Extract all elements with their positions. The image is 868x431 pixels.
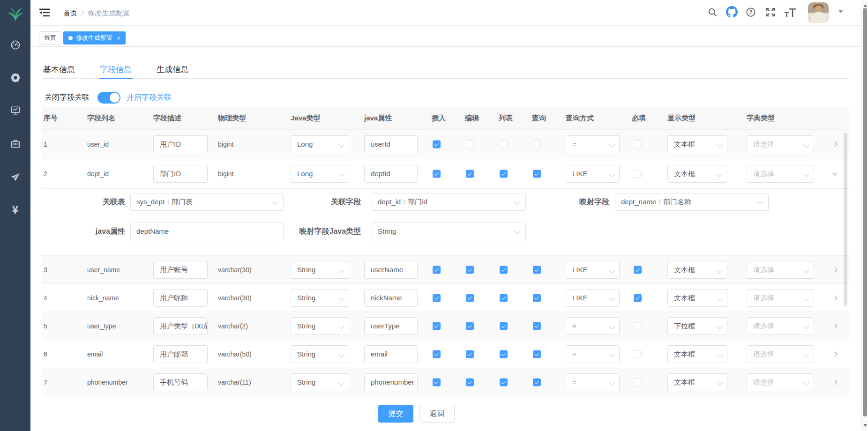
table-scrollbar-thumb[interactable] xyxy=(844,133,847,306)
display-type-select[interactable]: 文本框 xyxy=(667,373,727,391)
desc-input[interactable]: 用户邮箱 xyxy=(153,345,208,363)
required-checkbox[interactable] xyxy=(634,266,642,274)
query-type-select[interactable]: LIKE xyxy=(566,261,620,279)
sidebar-item-pay[interactable]: ¥ xyxy=(12,203,18,216)
sidebar-fold-icon[interactable] xyxy=(38,7,51,19)
java-type-select[interactable]: String xyxy=(291,345,349,363)
required-checkbox[interactable] xyxy=(634,170,642,178)
sidebar-item-dashboard[interactable] xyxy=(10,40,21,50)
dict-type-select[interactable]: 请选择 xyxy=(747,135,814,153)
java-type-select[interactable]: String xyxy=(291,261,349,279)
edit-checkbox[interactable] xyxy=(466,350,474,358)
fullscreen-icon[interactable] xyxy=(765,7,776,18)
expand-arrow-icon[interactable] xyxy=(832,267,838,273)
java-type-select[interactable]: Long xyxy=(291,165,349,183)
query-type-select[interactable]: = xyxy=(566,373,620,391)
insert-checkbox[interactable] xyxy=(433,378,441,386)
desc-input[interactable]: 用户账号 xyxy=(153,261,208,279)
expand-arrow-icon[interactable] xyxy=(832,351,838,357)
font-size-icon[interactable] xyxy=(784,7,796,18)
required-checkbox[interactable] xyxy=(634,141,642,149)
edit-checkbox[interactable] xyxy=(466,322,474,330)
required-checkbox[interactable] xyxy=(634,322,642,330)
query-checkbox[interactable] xyxy=(533,294,541,302)
map-java-type-select[interactable]: String xyxy=(372,223,526,240)
query-type-select[interactable]: = xyxy=(566,135,620,153)
page-scrollbar[interactable] xyxy=(861,0,868,431)
list-checkbox[interactable] xyxy=(500,141,508,149)
insert-checkbox[interactable] xyxy=(433,294,441,302)
insert-checkbox[interactable] xyxy=(433,266,441,274)
tag-close-icon[interactable]: × xyxy=(117,35,120,41)
avatar[interactable] xyxy=(808,2,829,23)
dict-type-select[interactable]: 请选择 xyxy=(747,373,814,391)
scrollbar-thumb[interactable] xyxy=(863,8,867,416)
insert-checkbox[interactable] xyxy=(433,141,441,149)
map-field-select[interactable]: dept_name：部门名称 xyxy=(615,193,769,211)
sidebar-item-job[interactable] xyxy=(10,172,21,183)
help-icon[interactable]: ? xyxy=(746,7,756,17)
required-checkbox[interactable] xyxy=(634,294,642,302)
query-checkbox[interactable] xyxy=(533,170,541,178)
query-checkbox[interactable] xyxy=(533,141,541,149)
list-checkbox[interactable] xyxy=(500,294,508,302)
search-icon[interactable] xyxy=(707,7,718,17)
desc-input[interactable]: 手机号码 xyxy=(153,373,208,391)
required-checkbox[interactable] xyxy=(634,378,642,386)
query-checkbox[interactable] xyxy=(533,378,541,386)
dict-type-select[interactable]: 请选择 xyxy=(747,289,814,307)
sidebar-item-system[interactable] xyxy=(10,73,21,83)
breadcrumb-home[interactable]: 首页 xyxy=(63,9,77,17)
rel-table-select[interactable]: sys_dept：部门表 xyxy=(130,193,284,211)
dict-type-select[interactable]: 请选择 xyxy=(747,261,814,279)
query-type-select[interactable]: LIKE xyxy=(566,289,620,307)
display-type-select[interactable]: 下拉框 xyxy=(667,317,727,335)
query-checkbox[interactable] xyxy=(533,322,541,330)
list-checkbox[interactable] xyxy=(500,322,508,330)
java-attr-input[interactable]: nickName xyxy=(364,289,418,307)
java-attr-input[interactable]: userName xyxy=(364,261,418,279)
submit-button[interactable]: 提交 xyxy=(378,405,413,423)
tag-home[interactable]: 首页 xyxy=(39,31,61,45)
tab-basic-info[interactable]: 基本信息 xyxy=(43,64,75,75)
display-type-select[interactable]: 文本框 xyxy=(667,345,727,363)
insert-checkbox[interactable] xyxy=(433,322,441,330)
query-type-select[interactable]: = xyxy=(566,345,620,363)
display-type-select[interactable]: 文本框 xyxy=(667,165,727,183)
display-type-select[interactable]: 文本框 xyxy=(667,289,727,307)
insert-checkbox[interactable] xyxy=(433,350,441,358)
java-attr-input[interactable]: deptId xyxy=(364,165,418,183)
expand-arrow-icon[interactable] xyxy=(832,379,838,386)
edit-checkbox[interactable] xyxy=(466,266,474,274)
java-attr-field[interactable]: deptName xyxy=(130,223,284,240)
back-button[interactable]: 返回 xyxy=(419,405,455,423)
java-attr-input[interactable]: email xyxy=(364,345,418,363)
edit-checkbox[interactable] xyxy=(466,141,474,149)
tag-active[interactable]: 修改生成配置 × xyxy=(63,31,126,45)
java-type-select[interactable]: Long xyxy=(291,135,349,153)
list-checkbox[interactable] xyxy=(500,378,508,386)
tab-gen-info[interactable]: 生成信息 xyxy=(157,64,188,75)
edit-checkbox[interactable] xyxy=(466,378,474,386)
caret-down-icon[interactable] xyxy=(838,10,843,15)
list-checkbox[interactable] xyxy=(500,350,508,358)
java-type-select[interactable]: String xyxy=(291,373,349,391)
field-relation-switch[interactable] xyxy=(97,92,120,104)
display-type-select[interactable]: 文本框 xyxy=(667,261,727,279)
dict-type-select[interactable]: 请选择 xyxy=(747,317,814,335)
desc-input[interactable]: 部门ID xyxy=(153,165,208,183)
insert-checkbox[interactable] xyxy=(433,170,441,178)
edit-checkbox[interactable] xyxy=(466,294,474,302)
edit-checkbox[interactable] xyxy=(466,170,474,178)
sidebar-item-tool[interactable] xyxy=(10,139,21,149)
app-logo-icon[interactable] xyxy=(6,6,25,22)
collapse-arrow-icon[interactable] xyxy=(832,171,838,177)
query-checkbox[interactable] xyxy=(533,266,541,274)
desc-input[interactable]: 用户昵称 xyxy=(153,289,208,307)
scrollbar-up-arrow[interactable] xyxy=(863,2,867,7)
dict-type-select[interactable]: 请选择 xyxy=(747,345,814,363)
list-checkbox[interactable] xyxy=(500,170,508,178)
sidebar-item-monitor[interactable] xyxy=(10,105,21,116)
query-checkbox[interactable] xyxy=(533,350,541,358)
java-attr-input[interactable]: userId xyxy=(364,135,418,153)
